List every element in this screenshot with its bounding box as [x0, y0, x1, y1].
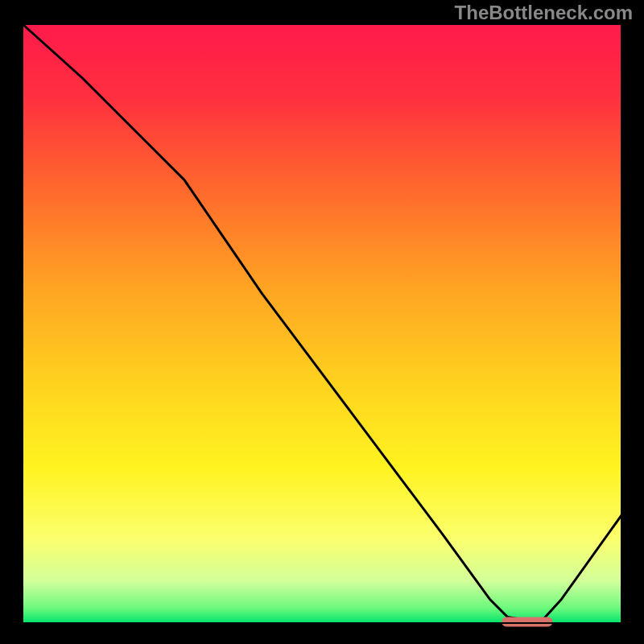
chart-container: TheBottleneck.com [0, 0, 644, 644]
optimal-range-marker [502, 617, 552, 627]
bottleneck-chart [0, 0, 644, 644]
watermark-text: TheBottleneck.com [455, 2, 633, 24]
plot-background [23, 24, 621, 623]
